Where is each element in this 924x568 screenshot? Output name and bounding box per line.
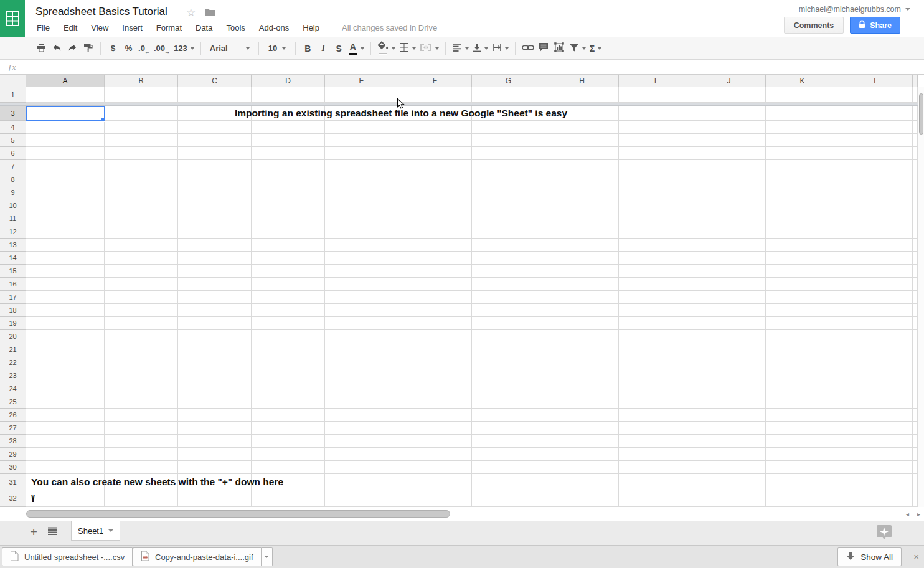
cell-K16[interactable] bbox=[766, 278, 839, 291]
cell-F32[interactable] bbox=[398, 490, 472, 507]
cell-E7[interactable] bbox=[325, 160, 398, 173]
row-header-19[interactable]: 19 bbox=[0, 317, 26, 330]
font-size-dropdown-icon[interactable] bbox=[282, 47, 286, 50]
cell-D14[interactable] bbox=[252, 252, 325, 265]
cell-E4[interactable] bbox=[325, 121, 398, 134]
row-header-27[interactable]: 27 bbox=[0, 422, 26, 435]
cell-I6[interactable] bbox=[619, 147, 692, 160]
cell-H16[interactable] bbox=[545, 278, 619, 291]
cell-C11[interactable] bbox=[178, 212, 252, 225]
cell-D6[interactable] bbox=[252, 147, 325, 160]
cell-A24[interactable] bbox=[26, 382, 105, 395]
functions-dropdown-icon[interactable] bbox=[598, 47, 601, 50]
cell-C18[interactable] bbox=[178, 304, 252, 317]
cell-I28[interactable] bbox=[619, 435, 692, 448]
cell-J1[interactable] bbox=[692, 87, 766, 103]
cell-G14[interactable] bbox=[472, 252, 545, 265]
cell-L1[interactable] bbox=[839, 87, 913, 103]
cell-A13[interactable] bbox=[26, 239, 105, 252]
cell-K23[interactable] bbox=[766, 369, 839, 382]
cell-C20[interactable] bbox=[178, 330, 252, 343]
print-button[interactable] bbox=[34, 41, 49, 56]
cell-D1[interactable] bbox=[252, 87, 325, 103]
cell-F20[interactable] bbox=[398, 330, 472, 343]
cell-H22[interactable] bbox=[545, 356, 619, 369]
row-header-10[interactable]: 10 bbox=[0, 199, 26, 212]
vertical-align-button[interactable] bbox=[471, 41, 490, 56]
cell-H11[interactable] bbox=[545, 212, 619, 225]
cell-F28[interactable] bbox=[398, 435, 472, 448]
cell-A18[interactable] bbox=[26, 304, 105, 317]
cell-K24[interactable] bbox=[766, 382, 839, 395]
cell-D16[interactable] bbox=[252, 278, 325, 291]
cell-B18[interactable] bbox=[105, 304, 178, 317]
cell-F31[interactable] bbox=[398, 474, 472, 490]
cell-C13[interactable] bbox=[178, 239, 252, 252]
cell-H23[interactable] bbox=[545, 369, 619, 382]
cell-E27[interactable] bbox=[325, 422, 398, 435]
cell-J19[interactable] bbox=[692, 317, 766, 330]
cell-I3[interactable] bbox=[619, 106, 692, 121]
cell-E1[interactable] bbox=[325, 87, 398, 103]
cell-F25[interactable] bbox=[398, 395, 472, 409]
vertical-align-dropdown-icon[interactable] bbox=[484, 47, 488, 50]
cell-F30[interactable] bbox=[398, 461, 472, 474]
row-header-13[interactable]: 13 bbox=[0, 239, 26, 252]
cell-L28[interactable] bbox=[839, 435, 913, 448]
cell-F21[interactable] bbox=[398, 343, 472, 356]
cell-B28[interactable] bbox=[105, 435, 178, 448]
cell-H1[interactable] bbox=[545, 87, 619, 103]
menu-edit[interactable]: Edit bbox=[62, 21, 78, 34]
cell-H25[interactable] bbox=[545, 395, 619, 409]
cell-H9[interactable] bbox=[545, 186, 619, 199]
menu-insert[interactable]: Insert bbox=[121, 21, 144, 34]
cell-G26[interactable] bbox=[472, 409, 545, 422]
cell-D24[interactable] bbox=[252, 382, 325, 395]
row-header-7[interactable]: 7 bbox=[0, 160, 26, 173]
cell-B7[interactable] bbox=[105, 160, 178, 173]
menu-format[interactable]: Format bbox=[155, 21, 183, 34]
cell-A16[interactable] bbox=[26, 278, 105, 291]
cell-G5[interactable] bbox=[472, 134, 545, 147]
cell-G18[interactable] bbox=[472, 304, 545, 317]
cell-G32[interactable] bbox=[472, 490, 545, 507]
undo-button[interactable] bbox=[49, 41, 65, 56]
strikethrough-button[interactable]: S bbox=[331, 41, 347, 56]
cell-K11[interactable] bbox=[766, 212, 839, 225]
row-header-30[interactable]: 30 bbox=[0, 461, 26, 474]
row-header-18[interactable]: 18 bbox=[0, 304, 26, 317]
menu-addons[interactable]: Add-ons bbox=[258, 21, 290, 34]
cell-B23[interactable] bbox=[105, 369, 178, 382]
cell-D32[interactable] bbox=[252, 490, 325, 507]
cell-B9[interactable] bbox=[105, 186, 178, 199]
cell-K29[interactable] bbox=[766, 448, 839, 461]
cell-J9[interactable] bbox=[692, 186, 766, 199]
borders-dropdown-icon[interactable] bbox=[412, 47, 416, 50]
cell-A4[interactable] bbox=[26, 121, 105, 134]
cell-L11[interactable] bbox=[839, 212, 913, 225]
cell-I21[interactable] bbox=[619, 343, 692, 356]
cell-F7[interactable] bbox=[398, 160, 472, 173]
cell-G10[interactable] bbox=[472, 199, 545, 212]
cell-I19[interactable] bbox=[619, 317, 692, 330]
close-downloads-bar-icon[interactable]: × bbox=[913, 551, 919, 562]
column-header-B[interactable]: B bbox=[105, 75, 178, 87]
cell-C8[interactable] bbox=[178, 173, 252, 186]
cell-H13[interactable] bbox=[545, 239, 619, 252]
menu-data[interactable]: Data bbox=[194, 21, 214, 34]
cell-K5[interactable] bbox=[766, 134, 839, 147]
cell-I1[interactable] bbox=[619, 87, 692, 103]
cell-K15[interactable] bbox=[766, 265, 839, 278]
cell-B4[interactable] bbox=[105, 121, 178, 134]
cell-A21[interactable] bbox=[26, 343, 105, 356]
cell-F26[interactable] bbox=[398, 409, 472, 422]
cell-H24[interactable] bbox=[545, 382, 619, 395]
cell-C7[interactable] bbox=[178, 160, 252, 173]
increase-decimal-button[interactable]: .00→ bbox=[152, 41, 172, 56]
cell-B3[interactable] bbox=[105, 106, 178, 121]
cell-G27[interactable] bbox=[472, 422, 545, 435]
cell-K9[interactable] bbox=[766, 186, 839, 199]
cell-B30[interactable] bbox=[105, 461, 178, 474]
cell-D13[interactable] bbox=[252, 239, 325, 252]
cell-I15[interactable] bbox=[619, 265, 692, 278]
